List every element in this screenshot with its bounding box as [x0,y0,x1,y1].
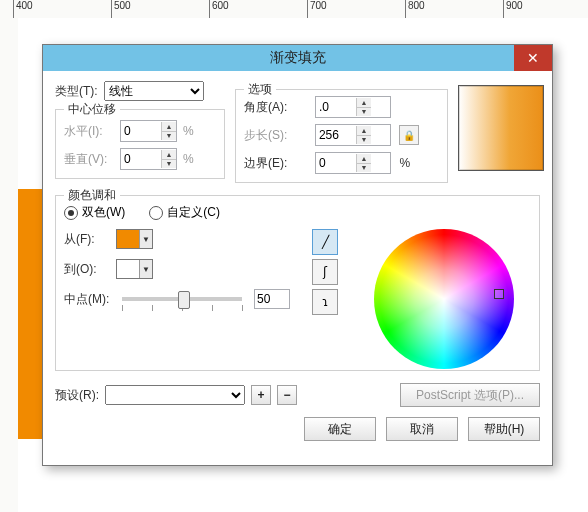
from-label: 从(F): [64,231,110,248]
color-wheel[interactable] [374,229,514,369]
cancel-button[interactable]: 取消 [386,417,458,441]
color-blend-group: 颜色调和 双色(W) 自定义(C) 从(F): ▼ 到(O): ▼ [55,195,540,371]
v-offset-label: 垂直(V): [64,151,114,168]
ruler-tick: 500 [111,0,131,18]
direction-ccw-button[interactable]: ɿ [312,289,338,315]
chevron-down-icon[interactable]: ▼ [139,230,152,248]
spinner-up-icon[interactable]: ▲ [357,154,371,164]
midpoint-slider[interactable] [122,297,242,301]
pct-label: % [183,152,194,166]
to-color [117,260,139,278]
preset-remove-button[interactable]: − [277,385,297,405]
curve-cw-icon: ʃ [323,265,327,279]
edge-label: 边界(E): [244,155,307,172]
close-icon: ✕ [527,50,539,66]
step-label: 步长(S): [244,127,307,144]
preset-label: 预设(R): [55,387,99,404]
center-offset-group: 中心位移 水平(I): ▲▼ % 垂直(V): ▲▼ % [55,109,225,179]
slider-thumb[interactable] [178,291,190,309]
angle-label: 角度(A): [244,99,307,116]
angle-input[interactable] [316,98,356,116]
radio-checked-icon [64,206,78,220]
custom-radio[interactable]: 自定义(C) [149,204,220,221]
selected-rectangle[interactable] [18,189,43,439]
spinner-down-icon[interactable]: ▼ [357,108,371,117]
midpoint-input[interactable] [254,289,290,309]
to-color-swatch[interactable]: ▼ [116,259,153,279]
h-offset-spinner[interactable]: ▲▼ [120,120,177,142]
angle-spinner[interactable]: ▲▼ [315,96,392,118]
options-group: 选项 角度(A): ▲▼ 步长(S): ▲▼ 🔒 边界(E): ▲▼ % [235,89,448,183]
step-spinner[interactable]: ▲▼ [315,124,392,146]
spinner-down-icon[interactable]: ▼ [357,164,371,173]
pencil-icon: ╱ [322,235,329,249]
preset-add-button[interactable]: + [251,385,271,405]
type-label: 类型(T): [55,83,98,100]
ruler-tick: 700 [307,0,327,18]
titlebar[interactable]: 渐变填充 ✕ [43,45,552,71]
chevron-down-icon[interactable]: ▼ [139,260,152,278]
spinner-up-icon[interactable]: ▲ [357,98,371,108]
gradient-preview [458,85,544,171]
dialog-title: 渐变填充 [270,49,326,67]
from-color [117,230,139,248]
spinner-down-icon[interactable]: ▼ [162,160,176,169]
lock-icon[interactable]: 🔒 [399,125,419,145]
v-offset-spinner[interactable]: ▲▼ [120,148,177,170]
ruler-tick: 400 [13,0,33,18]
gradient-fill-dialog: 渐变填充 ✕ 类型(T): 线性 中心位移 [42,44,553,466]
custom-label: 自定义(C) [167,204,220,221]
curve-ccw-icon: ɿ [322,295,328,309]
spinner-down-icon[interactable]: ▼ [162,132,176,141]
ruler-tick: 900 [503,0,523,18]
ruler-tick: 800 [405,0,425,18]
preset-select[interactable] [105,385,245,405]
center-offset-title: 中心位移 [64,101,120,118]
edge-input[interactable] [316,154,356,172]
h-offset-input[interactable] [121,122,161,140]
spinner-up-icon[interactable]: ▲ [357,126,371,136]
color-blend-title: 颜色调和 [64,187,120,204]
type-select[interactable]: 线性 [104,81,204,101]
direction-cw-button[interactable]: ʃ [312,259,338,285]
ruler-vertical [0,18,19,512]
screenshot: 400 500 600 700 800 900 渐变填充 ✕ 类型(T): 线性 [0,0,588,512]
spinner-up-icon[interactable]: ▲ [162,122,176,132]
postscript-options-button: PostScript 选项(P)... [400,383,540,407]
color-wheel-marker[interactable] [494,289,504,299]
direction-linear-button[interactable]: ╱ [312,229,338,255]
to-label: 到(O): [64,261,110,278]
two-color-label: 双色(W) [82,204,125,221]
pct-label: % [399,156,439,170]
ruler-horizontal: 400 500 600 700 800 900 [0,0,588,19]
help-button[interactable]: 帮助(H) [468,417,540,441]
pct-label: % [183,124,194,138]
v-offset-input[interactable] [121,150,161,168]
spinner-down-icon[interactable]: ▼ [357,136,371,145]
h-offset-label: 水平(I): [64,123,114,140]
midpoint-label: 中点(M): [64,291,110,308]
close-button[interactable]: ✕ [514,45,552,71]
spinner-up-icon[interactable]: ▲ [162,150,176,160]
from-color-swatch[interactable]: ▼ [116,229,153,249]
radio-unchecked-icon [149,206,163,220]
options-title: 选项 [244,81,276,98]
edge-spinner[interactable]: ▲▼ [315,152,392,174]
ok-button[interactable]: 确定 [304,417,376,441]
ruler-tick: 600 [209,0,229,18]
step-input[interactable] [316,126,356,144]
two-color-radio[interactable]: 双色(W) [64,204,125,221]
